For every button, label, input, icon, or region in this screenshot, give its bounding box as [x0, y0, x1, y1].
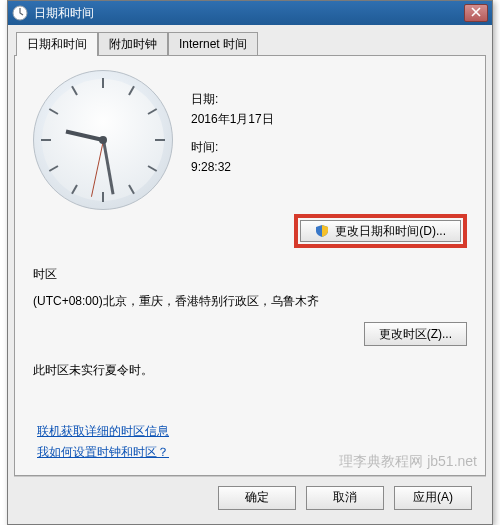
tab-date-time[interactable]: 日期和时间: [16, 32, 98, 56]
change-date-time-label: 更改日期和时间(D)...: [335, 223, 446, 240]
tabpanel-date-time: 日期: 2016年1月17日 时间: 9:28:32 更改日期和时间(D)...: [14, 55, 486, 476]
timezone-label: 时区: [33, 266, 467, 283]
timezone-value: (UTC+08:00)北京，重庆，香港特别行政区，乌鲁木齐: [33, 293, 467, 310]
link-howto[interactable]: 我如何设置时钟和时区？: [37, 444, 169, 461]
client-area: 日期和时间 附加时钟 Internet 时间: [8, 25, 492, 524]
highlight-box: 更改日期和时间(D)...: [294, 214, 467, 248]
clock-hub: [99, 136, 107, 144]
datetime-text: 日期: 2016年1月17日 时间: 9:28:32: [191, 70, 274, 186]
minute-hand: [102, 140, 115, 195]
tab-additional-clocks[interactable]: 附加时钟: [98, 32, 168, 56]
datetime-row: 日期: 2016年1月17日 时间: 9:28:32: [33, 70, 467, 210]
dst-note: 此时区未实行夏令时。: [33, 362, 467, 379]
window-title: 日期和时间: [34, 5, 94, 22]
change-timezone-label: 更改时区(Z)...: [379, 326, 452, 343]
ok-button[interactable]: 确定: [218, 486, 296, 510]
hour-hand: [66, 130, 104, 142]
close-button[interactable]: [464, 4, 488, 22]
date-time-window: 日期和时间 日期和时间 附加时钟 Internet 时间: [7, 0, 493, 525]
titlebar[interactable]: 日期和时间: [8, 1, 492, 25]
time-value: 9:28:32: [191, 158, 274, 176]
watermark: 理李典教程网 jb51.net: [339, 453, 477, 471]
timezone-section: 时区 (UTC+08:00)北京，重庆，香港特别行政区，乌鲁木齐 更改时区(Z)…: [33, 266, 467, 379]
tabstrip: 日期和时间 附加时钟 Internet 时间: [14, 31, 486, 55]
apply-button[interactable]: 应用(A): [394, 486, 472, 510]
change-timezone-button[interactable]: 更改时区(Z)...: [364, 322, 467, 346]
time-label: 时间:: [191, 138, 274, 156]
change-datetime-row: 更改日期和时间(D)...: [33, 214, 467, 248]
links-block: 联机获取详细的时区信息 我如何设置时钟和时区？: [37, 419, 169, 461]
clock-icon: [12, 5, 28, 21]
date-value: 2016年1月17日: [191, 110, 274, 128]
link-tz-details[interactable]: 联机获取详细的时区信息: [37, 423, 169, 440]
analog-clock: [33, 70, 173, 210]
second-hand: [90, 140, 103, 197]
close-icon: [471, 7, 481, 19]
change-date-time-button[interactable]: 更改日期和时间(D)...: [300, 220, 461, 242]
tab-internet-time[interactable]: Internet 时间: [168, 32, 258, 56]
dialog-footer: 确定 取消 应用(A): [14, 476, 486, 518]
shield-icon: [315, 224, 329, 238]
clock-face: [33, 70, 173, 210]
cancel-button[interactable]: 取消: [306, 486, 384, 510]
date-label: 日期:: [191, 90, 274, 108]
